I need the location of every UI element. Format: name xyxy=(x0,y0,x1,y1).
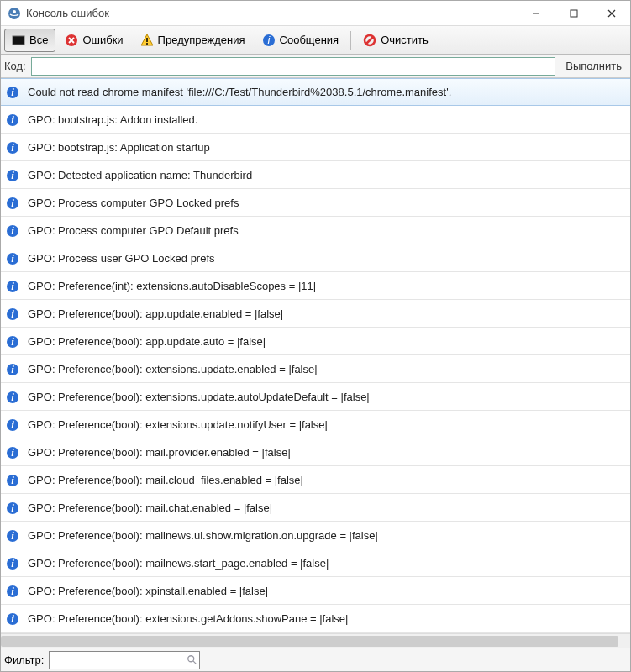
filter-warnings-button[interactable]: Предупреждения xyxy=(133,29,253,52)
filter-errors-button[interactable]: Ошибки xyxy=(57,29,130,52)
message-row[interactable]: iGPO: Preference(bool): mail.provider.en… xyxy=(1,438,630,466)
clear-icon xyxy=(363,34,376,47)
message-row[interactable]: iGPO: Preference(bool): mailnews.ui.show… xyxy=(1,522,630,549)
svg-point-1 xyxy=(13,10,16,13)
all-icon xyxy=(12,34,25,47)
info-icon: i xyxy=(6,557,19,570)
message-row[interactable]: iGPO: Preference(bool): app.update.enabl… xyxy=(1,300,630,328)
info-icon: i xyxy=(262,34,276,47)
message-row[interactable]: iGPO: bootstrap.js: Application startup xyxy=(1,134,630,161)
svg-text:i: i xyxy=(11,557,14,570)
svg-line-58 xyxy=(193,660,197,664)
svg-point-12 xyxy=(146,43,148,45)
message-row[interactable]: iGPO: Process computer GPO Locked prefs xyxy=(1,189,630,217)
info-icon: i xyxy=(6,612,19,626)
filter-messages-button[interactable]: i Сообщения xyxy=(255,29,347,52)
svg-text:i: i xyxy=(11,197,14,209)
svg-text:i: i xyxy=(11,363,14,375)
run-button[interactable]: Выполнить xyxy=(560,60,627,72)
search-icon xyxy=(187,654,198,666)
message-row[interactable]: iGPO: Preference(bool): app.update.auto … xyxy=(1,328,630,355)
message-text: GPO: Preference(bool): extensions.update… xyxy=(28,418,328,431)
filter-all-label: Все xyxy=(29,34,48,46)
minimize-button[interactable] xyxy=(517,1,555,25)
scrollbar-thumb[interactable] xyxy=(1,636,618,647)
clear-button[interactable]: Очистить xyxy=(355,29,436,52)
svg-text:i: i xyxy=(11,501,14,514)
info-icon: i xyxy=(6,363,19,376)
message-row[interactable]: iGPO: Process computer GPO Default prefs xyxy=(1,217,630,244)
filter-input[interactable] xyxy=(49,651,200,669)
svg-point-57 xyxy=(188,655,194,661)
info-icon: i xyxy=(6,474,19,487)
info-icon: i xyxy=(6,529,19,543)
svg-text:i: i xyxy=(11,307,14,320)
message-text: GPO: Preference(bool): mail.provider.ena… xyxy=(28,446,291,459)
info-icon: i xyxy=(6,141,19,155)
info-icon: i xyxy=(6,391,19,404)
message-row[interactable]: iGPO: Preference(bool): extensions.updat… xyxy=(1,411,630,438)
info-icon: i xyxy=(6,169,19,182)
filter-all-button[interactable]: Все xyxy=(4,29,55,52)
filter-bar: Фильтр: xyxy=(1,648,630,671)
message-text: GPO: Preference(bool): extensions.update… xyxy=(28,363,318,375)
close-button[interactable] xyxy=(592,1,630,25)
message-text: GPO: bootstrap.js: Application startup xyxy=(28,141,210,154)
message-row[interactable]: iGPO: Preference(bool): extensions.updat… xyxy=(1,383,630,411)
message-row[interactable]: iGPO: Preference(bool): extensions.updat… xyxy=(1,355,630,383)
window-title: Консоль ошибок xyxy=(26,7,517,19)
svg-text:i: i xyxy=(11,224,14,237)
message-text: GPO: Preference(bool): xpinstall.enabled… xyxy=(28,585,268,597)
message-text: GPO: Process user GPO Locked prefs xyxy=(28,252,215,265)
svg-text:i: i xyxy=(11,86,14,98)
message-row[interactable]: iGPO: Detected application name: Thunder… xyxy=(1,161,630,189)
message-row[interactable]: iCould not read chrome manifest 'file://… xyxy=(1,78,630,106)
svg-text:i: i xyxy=(11,141,14,154)
svg-text:i: i xyxy=(11,335,14,348)
svg-text:i: i xyxy=(11,391,14,403)
message-row[interactable]: iGPO: Preference(bool): extensions.getAd… xyxy=(1,605,630,633)
message-row[interactable]: iGPO: Process user GPO Locked prefs xyxy=(1,244,630,272)
filter-warnings-label: Предупреждения xyxy=(158,34,245,46)
horizontal-scrollbar[interactable] xyxy=(1,633,630,648)
svg-line-16 xyxy=(366,37,373,44)
code-label: Код: xyxy=(4,60,26,72)
info-icon: i xyxy=(6,86,19,99)
svg-text:i: i xyxy=(11,529,14,542)
filter-label: Фильтр: xyxy=(4,654,44,666)
message-text: GPO: Preference(bool): extensions.update… xyxy=(28,391,370,403)
message-text: GPO: Process computer GPO Locked prefs xyxy=(28,197,239,209)
info-icon: i xyxy=(6,224,19,238)
info-icon: i xyxy=(6,446,19,459)
svg-rect-6 xyxy=(13,36,24,45)
message-row[interactable]: iGPO: Preference(bool): xpinstall.enable… xyxy=(1,577,630,605)
message-list[interactable]: iCould not read chrome manifest 'file://… xyxy=(1,78,630,633)
maximize-button[interactable] xyxy=(555,1,592,25)
message-row[interactable]: iGPO: Preference(int): extensions.autoDi… xyxy=(1,272,630,300)
info-icon: i xyxy=(6,197,19,210)
message-text: GPO: Preference(bool): mail.cloud_files.… xyxy=(28,474,303,486)
message-row[interactable]: iGPO: bootstrap.js: Addon installed. xyxy=(1,106,630,134)
message-row[interactable]: iGPO: Preference(bool): mail.chat.enable… xyxy=(1,494,630,522)
filter-messages-label: Сообщения xyxy=(280,34,339,46)
info-icon: i xyxy=(6,252,19,265)
svg-text:i: i xyxy=(11,585,14,597)
toolbar-separator xyxy=(350,31,351,50)
svg-text:i: i xyxy=(11,418,14,431)
info-icon: i xyxy=(6,307,19,321)
code-bar: Код: Выполнить xyxy=(1,55,630,78)
svg-text:i: i xyxy=(11,612,14,625)
message-row[interactable]: iGPO: Preference(bool): mail.cloud_files… xyxy=(1,466,630,494)
toolbar: Все Ошибки Предупреждения i Сообщения Оч… xyxy=(1,26,630,55)
message-text: GPO: Preference(bool): mailnews.ui.show.… xyxy=(28,529,378,542)
clear-label: Очистить xyxy=(381,34,429,46)
message-text: GPO: Preference(bool): extensions.getAdd… xyxy=(28,612,348,625)
message-text: GPO: Preference(bool): app.update.enable… xyxy=(28,307,283,320)
message-text: GPO: Detected application name: Thunderb… xyxy=(28,169,252,181)
message-row[interactable]: iGPO: Preference(bool): mailnews.start_p… xyxy=(1,549,630,577)
message-text: GPO: Preference(bool): app.update.auto =… xyxy=(28,335,266,348)
svg-text:i: i xyxy=(11,474,14,486)
message-text: GPO: Preference(bool): mail.chat.enabled… xyxy=(28,501,272,514)
code-input[interactable] xyxy=(31,57,556,76)
warning-icon xyxy=(140,34,154,47)
